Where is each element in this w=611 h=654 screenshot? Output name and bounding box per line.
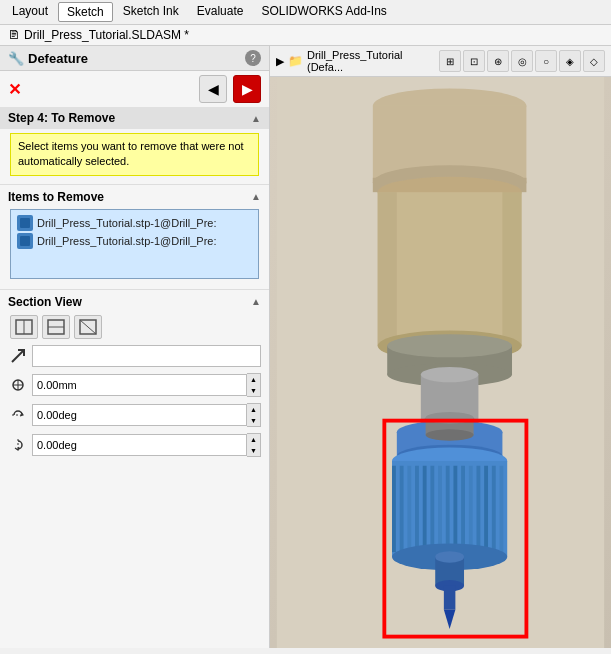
deg1-spinner: ▲ ▼ xyxy=(247,403,261,427)
view-btn-7[interactable]: ◇ xyxy=(583,50,605,72)
left-panel: 🔧 Defeature ? ✕ ◀ ▶ Step 4: To Remove ▲ … xyxy=(0,46,270,648)
step4-info-text: Select items you want to remove that wer… xyxy=(18,140,244,167)
distance-input-wrap: ▲ ▼ xyxy=(32,373,261,397)
distance-input[interactable] xyxy=(32,374,247,396)
svg-rect-49 xyxy=(500,466,504,552)
svg-rect-48 xyxy=(492,466,496,552)
view-btn-5[interactable]: ○ xyxy=(535,50,557,72)
svg-rect-35 xyxy=(392,466,396,552)
action-row: ✕ ◀ ▶ xyxy=(0,71,269,107)
section-view-chevron-icon: ▲ xyxy=(251,296,261,307)
viewport-title: Drill_Press_Tutorial (Defa... xyxy=(307,49,439,73)
deg2-spin-down[interactable]: ▼ xyxy=(247,445,260,456)
svg-rect-37 xyxy=(407,466,411,552)
help-button[interactable]: ? xyxy=(245,50,261,66)
svg-rect-54 xyxy=(444,586,456,610)
step4-section: Step 4: To Remove ▲ Select items you wan… xyxy=(0,107,269,185)
document-title: Drill_Press_Tutorial.SLDASM * xyxy=(24,28,189,42)
item-label-2: Drill_Press_Tutorial.stp-1@Drill_Pre: xyxy=(37,235,216,247)
svg-rect-38 xyxy=(415,466,419,552)
view-btn-2[interactable]: ⊡ xyxy=(463,50,485,72)
close-button[interactable]: ✕ xyxy=(8,80,21,99)
input-row-arrow xyxy=(0,342,269,370)
step4-info-box: Select items you want to remove that wer… xyxy=(10,133,259,176)
svg-rect-36 xyxy=(400,466,404,552)
panel-name-label: Defeature xyxy=(28,51,88,66)
right-panel: ▶ 📁 Drill_Press_Tutorial (Defa... ⊞ ⊡ ⊛ … xyxy=(270,46,611,648)
arrow-icon xyxy=(8,346,28,366)
items-list[interactable]: Drill_Press_Tutorial.stp-1@Drill_Pre: Dr… xyxy=(10,209,259,279)
input-row-deg1: ▲ ▼ xyxy=(0,400,269,430)
menu-sketch[interactable]: Sketch xyxy=(58,2,113,22)
section-view-toolbar xyxy=(0,312,269,342)
deg2-input[interactable] xyxy=(32,434,247,456)
menu-layout[interactable]: Layout xyxy=(4,2,56,22)
svg-point-58 xyxy=(426,429,474,441)
svg-rect-40 xyxy=(430,466,434,552)
view-btn-4[interactable]: ◎ xyxy=(511,50,533,72)
deg1-spin-up[interactable]: ▲ xyxy=(247,404,260,415)
sv-btn-3[interactable] xyxy=(74,315,102,339)
arrow-input-wrap xyxy=(32,345,261,367)
svg-rect-21 xyxy=(378,192,397,346)
deg2-input-wrap: ▲ ▼ xyxy=(32,433,261,457)
list-item: Drill_Press_Tutorial.stp-1@Drill_Pre: xyxy=(15,232,254,250)
item-icon-1 xyxy=(17,215,33,231)
deg2-spin-up[interactable]: ▲ xyxy=(247,434,260,445)
view-btn-3[interactable]: ⊛ xyxy=(487,50,509,72)
deg1-spin-down[interactable]: ▼ xyxy=(247,415,260,426)
svg-rect-47 xyxy=(484,466,488,552)
sv-btn-2[interactable] xyxy=(42,315,70,339)
svg-rect-0 xyxy=(20,218,30,228)
svg-point-52 xyxy=(435,551,464,563)
menu-sketch-ink[interactable]: Sketch Ink xyxy=(115,2,187,22)
defeature-icon: 🔧 xyxy=(8,51,24,66)
deg1-input[interactable] xyxy=(32,404,247,426)
svg-rect-45 xyxy=(469,466,473,552)
rotate-y-icon xyxy=(8,435,28,455)
svg-point-25 xyxy=(387,334,512,357)
arrow-input[interactable] xyxy=(32,345,261,367)
sv-btn-1[interactable] xyxy=(10,315,38,339)
items-chevron-icon: ▲ xyxy=(251,191,261,202)
input-row-deg2: ▲ ▼ xyxy=(0,430,269,460)
3d-viewport[interactable] xyxy=(270,77,611,648)
svg-rect-39 xyxy=(423,466,427,552)
svg-rect-22 xyxy=(502,192,521,346)
item-label-1: Drill_Press_Tutorial.stp-1@Drill_Pre: xyxy=(37,217,216,229)
svg-rect-44 xyxy=(461,466,465,552)
panel-title: 🔧 Defeature xyxy=(8,51,88,66)
section-view-label: Section View xyxy=(8,295,82,309)
expand-icon[interactable]: ▶ xyxy=(276,55,284,68)
back-button[interactable]: ◀ xyxy=(199,75,227,103)
distance-icon xyxy=(8,375,28,395)
rotate-x-icon xyxy=(8,405,28,425)
deg2-spinner: ▲ ▼ xyxy=(247,433,261,457)
item-icon-2 xyxy=(17,233,33,249)
panel-header: 🔧 Defeature ? xyxy=(0,46,269,71)
step4-header[interactable]: Step 4: To Remove ▲ xyxy=(0,107,269,129)
title-bar: 🖹 Drill_Press_Tutorial.SLDASM * xyxy=(0,25,611,46)
svg-line-7 xyxy=(80,320,96,334)
svg-rect-20 xyxy=(378,192,522,346)
list-item: Drill_Press_Tutorial.stp-1@Drill_Pre: xyxy=(15,214,254,232)
menu-evaluate[interactable]: Evaluate xyxy=(189,2,252,22)
forward-button[interactable]: ▶ xyxy=(233,75,261,103)
step4-label: Step 4: To Remove xyxy=(8,111,115,125)
svg-rect-43 xyxy=(453,466,457,552)
main-layout: 🔧 Defeature ? ✕ ◀ ▶ Step 4: To Remove ▲ … xyxy=(0,46,611,648)
step4-chevron-icon: ▲ xyxy=(251,113,261,124)
distance-spin-down[interactable]: ▼ xyxy=(247,385,260,396)
title-icon: 🖹 xyxy=(8,28,20,42)
menu-bar: Layout Sketch Sketch Ink Evaluate SOLIDW… xyxy=(0,0,611,25)
items-to-remove-section: Items to Remove ▲ Drill_Press_Tutorial.s… xyxy=(0,185,269,290)
deg1-input-wrap: ▲ ▼ xyxy=(32,403,261,427)
view-btn-6[interactable]: ◈ xyxy=(559,50,581,72)
distance-spin-up[interactable]: ▲ xyxy=(247,374,260,385)
input-row-distance: ▲ ▼ xyxy=(0,370,269,400)
section-view-section: Section View ▲ xyxy=(0,290,269,460)
svg-rect-1 xyxy=(20,236,30,246)
view-btn-1[interactable]: ⊞ xyxy=(439,50,461,72)
viewport-toolbar: ⊞ ⊡ ⊛ ◎ ○ ◈ ◇ xyxy=(439,50,605,72)
menu-solidworks-addins[interactable]: SOLIDWORKS Add-Ins xyxy=(253,2,394,22)
